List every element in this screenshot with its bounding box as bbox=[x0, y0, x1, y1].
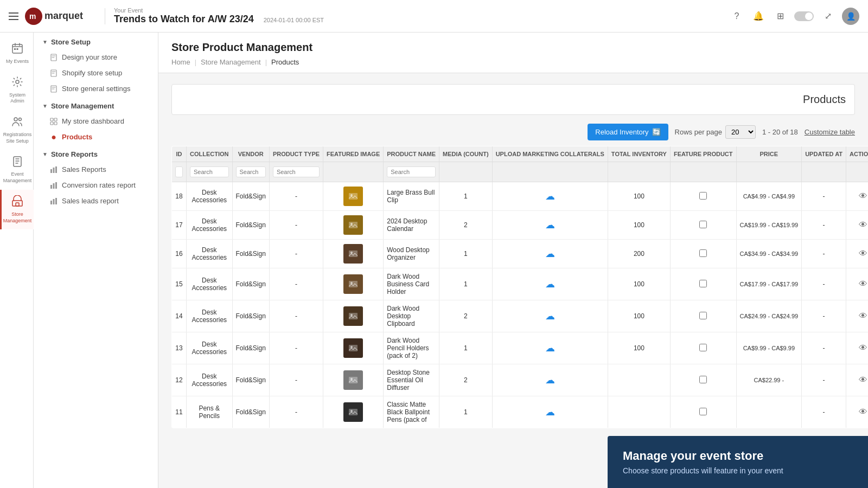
feature-checkbox[interactable] bbox=[699, 221, 707, 228]
cell-upload-marketing[interactable]: ☁ bbox=[492, 332, 608, 364]
sidebar-item-shopify-setup[interactable]: Shopify store setup bbox=[34, 65, 158, 81]
grid-icon[interactable]: ⊞ bbox=[773, 9, 788, 24]
cell-upload-marketing[interactable]: ☁ bbox=[492, 211, 608, 240]
sidebar-section-header-store-reports[interactable]: ▼ Store Reports bbox=[34, 145, 158, 162]
search-product-type[interactable] bbox=[269, 162, 323, 182]
hamburger-menu[interactable] bbox=[9, 12, 18, 20]
cell-upload-marketing[interactable]: ☁ bbox=[492, 396, 608, 428]
sidebar-item-store-management[interactable]: Store Management bbox=[0, 190, 34, 229]
svg-rect-8 bbox=[12, 201, 22, 206]
view-icon[interactable]: 👁 bbox=[859, 407, 867, 416]
search-vendor-input[interactable] bbox=[236, 166, 266, 177]
upload-icon[interactable]: ☁ bbox=[545, 311, 555, 322]
feature-checkbox[interactable] bbox=[699, 344, 707, 351]
help-icon[interactable]: ? bbox=[729, 9, 744, 24]
svg-text:m: m bbox=[29, 12, 36, 21]
cell-feature-product[interactable] bbox=[670, 396, 736, 428]
sidebar-item-registrations[interactable]: Registrations Site Setup bbox=[0, 110, 34, 150]
search-product-name-input[interactable] bbox=[387, 166, 436, 177]
feature-checkbox[interactable] bbox=[699, 312, 707, 319]
search-product-name[interactable] bbox=[384, 162, 439, 182]
cell-feature-product[interactable] bbox=[670, 364, 736, 396]
notifications-icon[interactable]: 🔔 bbox=[751, 9, 766, 24]
search-vendor[interactable] bbox=[232, 162, 269, 182]
sidebar-item-store-settings[interactable]: Store general settings bbox=[34, 81, 158, 97]
sidebar-section-header-store-management[interactable]: ▼ Store Management bbox=[34, 97, 158, 113]
user-avatar[interactable]: 👤 bbox=[842, 8, 859, 25]
cell-upload-marketing[interactable]: ☁ bbox=[492, 182, 608, 211]
reload-inventory-button[interactable]: Reload Inventory 🔄 bbox=[588, 124, 668, 140]
sidebar-item-my-store-dashboard[interactable]: My store dashboard bbox=[34, 113, 158, 129]
view-icon[interactable]: 👁 bbox=[859, 311, 867, 320]
sidebar-item-conversion-rates[interactable]: Conversion rates report bbox=[34, 177, 158, 193]
cell-collection: Pens & Pencils bbox=[187, 396, 233, 428]
cell-feature-product[interactable] bbox=[670, 332, 736, 364]
cell-upload-marketing[interactable]: ☁ bbox=[492, 268, 608, 300]
sidebar-item-sales-leads[interactable]: Sales leads report bbox=[34, 193, 158, 209]
view-icon[interactable]: 👁 bbox=[859, 220, 867, 229]
cell-feature-product[interactable] bbox=[670, 268, 736, 300]
upload-icon[interactable]: ☁ bbox=[545, 407, 555, 418]
breadcrumb-store-management[interactable]: Store Management bbox=[201, 58, 261, 66]
sidebar-section-header-store-setup[interactable]: ▼ Store Setup bbox=[34, 33, 158, 49]
view-icon[interactable]: 👁 bbox=[859, 375, 867, 384]
upload-icon[interactable]: ☁ bbox=[545, 220, 555, 230]
cell-feature-product[interactable] bbox=[670, 211, 736, 240]
upload-icon[interactable]: ☁ bbox=[545, 248, 555, 259]
cell-feature-product[interactable] bbox=[670, 300, 736, 332]
search-collection-input[interactable] bbox=[190, 166, 229, 177]
cell-actions[interactable]: 👁 bbox=[846, 211, 868, 240]
upload-icon[interactable]: ☁ bbox=[545, 191, 555, 202]
sidebar-section-store-management: ▼ Store Management My store dashboard ● … bbox=[34, 97, 158, 145]
feature-checkbox[interactable] bbox=[699, 376, 707, 383]
upload-icon[interactable]: ☁ bbox=[545, 343, 555, 354]
cell-total-inventory: 100 bbox=[608, 182, 670, 211]
upload-icon[interactable]: ☁ bbox=[545, 279, 555, 290]
cell-actions[interactable]: 👁 bbox=[846, 396, 868, 428]
breadcrumb-sep-2: | bbox=[265, 58, 267, 66]
theme-toggle[interactable] bbox=[794, 11, 814, 21]
cell-feature-product[interactable] bbox=[670, 240, 736, 268]
sidebar-item-products[interactable]: ● Products bbox=[34, 129, 158, 145]
customize-table-link[interactable]: Customize table bbox=[805, 128, 855, 136]
sidebar-item-system-admin[interactable]: System Admin bbox=[0, 70, 34, 110]
breadcrumb-home[interactable]: Home bbox=[171, 58, 190, 66]
search-id[interactable] bbox=[172, 162, 187, 182]
cell-actions[interactable]: 👁 bbox=[846, 268, 868, 300]
svg-rect-14 bbox=[54, 118, 57, 121]
search-collection[interactable] bbox=[187, 162, 233, 182]
feature-checkbox[interactable] bbox=[699, 249, 707, 257]
feature-checkbox[interactable] bbox=[699, 192, 707, 200]
cell-upload-marketing[interactable]: ☁ bbox=[492, 364, 608, 396]
cell-actions[interactable]: 👁 bbox=[846, 240, 868, 268]
upload-icon[interactable]: ☁ bbox=[545, 375, 555, 386]
sidebar-item-my-events[interactable]: My Events bbox=[0, 37, 34, 70]
search-product-type-input[interactable] bbox=[273, 166, 320, 177]
cell-upload-marketing[interactable]: ☁ bbox=[492, 240, 608, 268]
rows-per-page-select[interactable]: 20 50 100 bbox=[725, 125, 756, 139]
cell-feature-product[interactable] bbox=[670, 182, 736, 211]
sidebar-item-sales-reports[interactable]: Sales Reports bbox=[34, 162, 158, 177]
cell-actions[interactable]: 👁 bbox=[846, 300, 868, 332]
cell-product-name: Desktop Stone Essential Oil Diffuser bbox=[384, 364, 439, 396]
table-row: 16 Desk Accessories Fold&Sign - Wood Des… bbox=[172, 240, 869, 268]
cell-actions[interactable]: 👁 bbox=[846, 182, 868, 211]
search-id-input[interactable] bbox=[175, 166, 183, 177]
cell-product-name: Dark Wood Business Card Holder bbox=[384, 268, 439, 300]
expand-icon[interactable]: ⤢ bbox=[820, 9, 835, 24]
view-icon[interactable]: 👁 bbox=[859, 343, 867, 352]
cell-product-type: - bbox=[269, 364, 323, 396]
cell-actions[interactable]: 👁 bbox=[846, 332, 868, 364]
svg-rect-17 bbox=[50, 169, 52, 173]
cell-price: CA$22.99 - bbox=[736, 364, 802, 396]
cell-actions[interactable]: 👁 bbox=[846, 364, 868, 396]
feature-checkbox[interactable] bbox=[699, 408, 707, 415]
sidebar-item-design-store[interactable]: Design your store bbox=[34, 49, 158, 65]
view-icon[interactable]: 👁 bbox=[859, 279, 867, 288]
sidebar-item-event-management[interactable]: Event Management bbox=[0, 150, 34, 189]
view-icon[interactable]: 👁 bbox=[859, 249, 867, 258]
feature-checkbox[interactable] bbox=[699, 280, 707, 287]
cell-upload-marketing[interactable]: ☁ bbox=[492, 300, 608, 332]
view-icon[interactable]: 👁 bbox=[859, 191, 867, 201]
sidebar-label-products: Products bbox=[62, 133, 92, 141]
